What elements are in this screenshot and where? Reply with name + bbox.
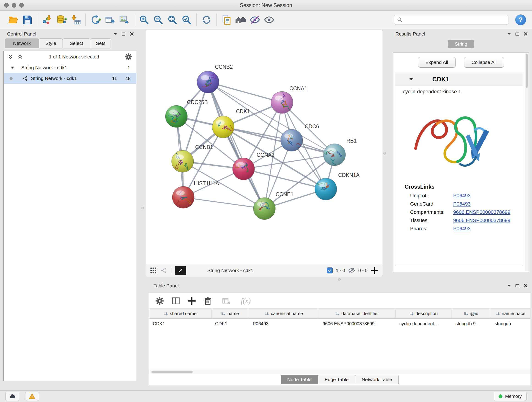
hide-graphics-button[interactable] <box>248 12 262 27</box>
share-view-icon[interactable] <box>160 267 167 274</box>
crosslink-pharos-link[interactable]: P06493 <box>453 226 471 232</box>
network-node-HIST1H1A[interactable]: HIST1H1A <box>172 180 219 208</box>
cell-name[interactable]: CDK1 <box>211 321 249 326</box>
splitter-left[interactable] <box>141 207 144 209</box>
tab-style[interactable]: Style <box>39 38 63 48</box>
open-session-button[interactable] <box>6 12 20 27</box>
cell-description[interactable]: cyclin-dependent ... <box>396 321 452 326</box>
network-node-CCNE1[interactable]: CCNE1 <box>253 191 293 220</box>
help-button[interactable]: ? <box>515 14 526 25</box>
zoom-in-button[interactable] <box>137 12 151 27</box>
collapse-all-icon[interactable] <box>17 54 23 60</box>
import-table-button[interactable] <box>69 12 83 27</box>
panel-float-icon[interactable] <box>122 32 125 36</box>
collapse-all-button[interactable]: Collapse All <box>464 57 504 68</box>
network-node-CDC25B[interactable]: CDC25B <box>165 99 208 128</box>
gear-icon[interactable] <box>125 53 133 61</box>
grid-view-icon[interactable] <box>150 267 157 274</box>
network-graph[interactable]: CCNB2CCNA1CDC25BCDK1CDC6RB1CCNB1CCNA2CDK… <box>146 30 382 264</box>
zoom-fit-button[interactable] <box>165 12 179 27</box>
delete-column-icon[interactable] <box>203 296 212 306</box>
splitter-bottom[interactable] <box>338 278 341 281</box>
tab-select[interactable]: Select <box>63 38 90 48</box>
tab-edge-table[interactable]: Edge Table <box>318 375 355 384</box>
search-field[interactable] <box>394 15 508 25</box>
network-node-CDKN1A[interactable]: CDKN1A <box>315 172 360 200</box>
selected-checkbox-icon[interactable] <box>327 268 333 274</box>
panel-close-icon[interactable] <box>524 284 527 288</box>
tab-node-table[interactable]: Node Table <box>281 375 318 384</box>
panel-float-icon[interactable] <box>515 284 519 287</box>
network-row-selected[interactable]: String Network - cdk1 11 48 <box>4 73 136 84</box>
apply-layout-button[interactable] <box>199 12 214 27</box>
crosslink-genecard-link[interactable]: P06493 <box>453 201 471 207</box>
column-header-database-identifier[interactable]: database identifier <box>319 309 396 318</box>
search-input[interactable] <box>405 17 505 23</box>
column-header-canonical-name[interactable]: canonical name <box>249 309 319 318</box>
clone-network-button[interactable] <box>89 12 103 27</box>
cloud-status-button[interactable] <box>6 392 19 401</box>
column-header-shared-name[interactable]: shared name <box>149 309 211 318</box>
panel-float-icon[interactable] <box>515 32 519 36</box>
panel-menu-icon[interactable] <box>507 285 511 287</box>
new-table-button[interactable] <box>103 12 117 27</box>
column-header-description[interactable]: description <box>396 309 452 318</box>
column-header-namespace[interactable]: namespace <box>491 309 530 318</box>
hidden-eye-icon[interactable] <box>348 267 355 274</box>
table-hscrollbar-thumb[interactable] <box>152 370 193 373</box>
tab-network-table[interactable]: Network Table <box>355 375 399 384</box>
table-settings-gear-icon[interactable] <box>155 296 164 306</box>
crosslink-uniprot-link[interactable]: P06493 <box>453 193 471 199</box>
splitter-right[interactable] <box>383 152 386 154</box>
cell-canonical-name[interactable]: P06493 <box>249 321 319 326</box>
network-canvas[interactable]: CCNB2CCNA1CDC25BCDK1CDC6RB1CCNB1CCNA2CDK… <box>146 30 382 264</box>
results-scrollbar-thumb[interactable] <box>526 54 528 88</box>
tab-network[interactable]: Network <box>5 38 39 48</box>
cell-namespace[interactable]: stringdb <box>491 321 530 326</box>
show-columns-icon[interactable] <box>171 296 180 306</box>
copy-button[interactable] <box>219 12 234 27</box>
network-node-CCNB1[interactable]: CCNB1 <box>172 144 213 172</box>
panel-close-icon[interactable] <box>524 32 527 36</box>
edge-CCNB2-CCNA1[interactable] <box>208 82 282 102</box>
network-node-RB1[interactable]: RB1 <box>323 138 357 166</box>
show-graphics-button[interactable] <box>262 12 276 27</box>
birdseye-button[interactable] <box>175 266 186 275</box>
crosslink-tissues-link[interactable]: 9606.ENSP00000378699 <box>453 217 510 223</box>
pan-crosshair-icon[interactable] <box>371 267 379 274</box>
crosslink-compartments-link[interactable]: 9606.ENSP00000378699 <box>453 209 510 215</box>
import-network-database-button[interactable] <box>54 12 69 27</box>
panel-menu-icon[interactable] <box>114 33 117 35</box>
column-header-name[interactable]: name <box>211 309 249 318</box>
network-node-CCNB2[interactable]: CCNB2 <box>197 64 233 93</box>
network-node-CCNA1[interactable]: CCNA1 <box>271 85 307 114</box>
panel-menu-icon[interactable] <box>507 33 511 35</box>
export-image-button[interactable] <box>117 12 131 27</box>
tab-string[interactable]: String <box>448 40 474 48</box>
cell-database-identifier[interactable]: 9606.ENSP00000378699 <box>319 321 396 326</box>
tab-sets[interactable]: Sets <box>90 38 111 48</box>
save-session-button[interactable] <box>20 12 34 27</box>
table-row[interactable]: CDK1CDK1P064939606.ENSP00000378699cyclin… <box>149 319 530 329</box>
zoom-selected-button[interactable] <box>179 12 194 27</box>
column-header--id[interactable]: @id <box>452 309 491 318</box>
warnings-button[interactable] <box>25 392 39 401</box>
gene-header[interactable]: CDK1 <box>395 73 523 85</box>
zoom-out-button[interactable] <box>151 12 165 27</box>
home-view-button[interactable] <box>234 12 248 27</box>
gene-expander-icon[interactable] <box>409 78 413 81</box>
cell--id[interactable]: stringdb:9... <box>452 321 491 326</box>
results-scrollbar[interactable] <box>525 53 529 271</box>
cell-shared-name[interactable]: CDK1 <box>149 321 211 326</box>
memory-button[interactable]: Memory <box>494 392 526 401</box>
tree-expander-icon[interactable] <box>11 66 14 69</box>
table-hscrollbar[interactable] <box>149 370 530 374</box>
import-network-file-button[interactable] <box>40 12 54 27</box>
network-collection-row[interactable]: String Network - cdk1 1 <box>4 62 136 73</box>
add-column-icon[interactable] <box>187 296 196 306</box>
panel-close-icon[interactable] <box>130 32 133 36</box>
expand-all-icon[interactable] <box>7 54 14 60</box>
edge-CCNB2-CCNE1[interactable] <box>208 82 264 209</box>
edge-CCNE1-HIST1H1A[interactable] <box>183 197 264 209</box>
expand-all-button[interactable]: Expand All <box>418 57 456 68</box>
